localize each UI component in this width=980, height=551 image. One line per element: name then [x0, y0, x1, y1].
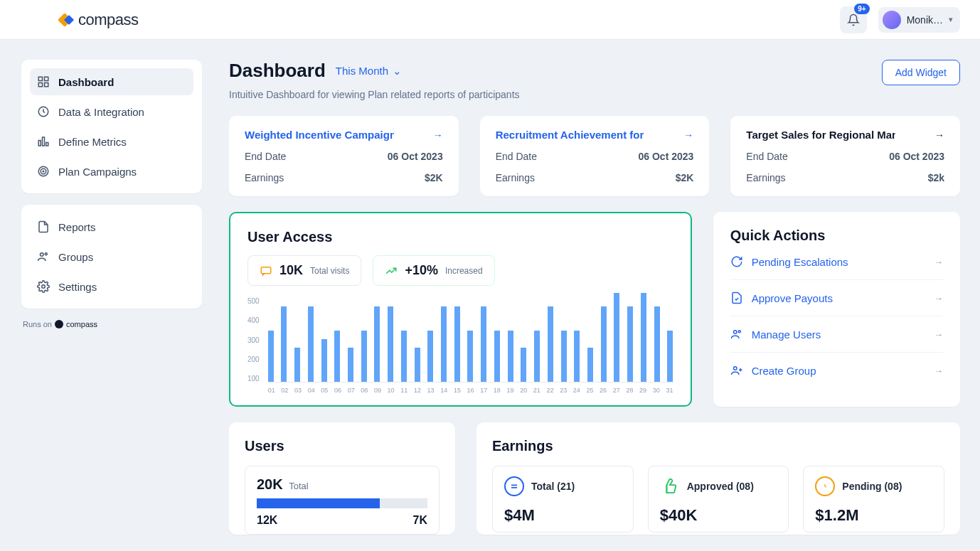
- page-title: Dashboard: [229, 60, 326, 82]
- page-subtitle: Intuitive Dashboard for viewing Plan rel…: [229, 89, 520, 100]
- earnings-title: Earnings: [492, 438, 944, 454]
- sidebar-item-reports[interactable]: Reports: [30, 213, 193, 240]
- chart-bar: [641, 293, 646, 382]
- chart-bar: [548, 306, 553, 382]
- sidebar-item-label: Settings: [58, 281, 97, 293]
- arrow-right-icon: →: [934, 293, 943, 304]
- users-card: Users 20K Total 12K 7K: [229, 422, 455, 535]
- users-progress-fill: [257, 498, 380, 508]
- chart-bar: [401, 331, 407, 382]
- chart-bar: [561, 331, 567, 382]
- sidebar-item-settings[interactable]: Settings: [30, 273, 193, 300]
- notification-badge: 9+: [854, 4, 869, 14]
- plan-title: Weighted Incentive Campaigns: [245, 129, 394, 141]
- period-dropdown[interactable]: This Month ⌄: [336, 65, 402, 77]
- page-head: Dashboard This Month ⌄ Intuitive Dashboa…: [229, 60, 960, 100]
- quick-action-manage-users[interactable]: Manage Users →: [730, 316, 943, 353]
- chart-bar: [601, 306, 607, 382]
- brand-name: compass: [78, 11, 139, 29]
- chat-icon: [260, 264, 272, 277]
- arrow-right-icon: →: [433, 129, 443, 141]
- users-title: Users: [245, 438, 440, 454]
- chart-bar: [508, 331, 513, 382]
- plan-card-2[interactable]: Recruitment Achievement for OND… → End D…: [480, 116, 710, 196]
- chart-bar: [427, 331, 433, 382]
- plan-title: Target Sales for Regional Managers: [746, 129, 895, 141]
- svg-point-15: [733, 331, 737, 334]
- users-box: 20K Total 12K 7K: [245, 466, 440, 535]
- sidebar-item-label: Data & Integration: [58, 106, 144, 118]
- svg-point-12: [45, 253, 47, 255]
- clock-icon: [37, 105, 50, 118]
- chart-bar: [667, 331, 673, 382]
- sidebar-group-main: Dashboard Data & Integration Define Metr…: [21, 60, 202, 193]
- thumbs-up-icon: [660, 476, 680, 496]
- chart-bar: [281, 306, 287, 382]
- svg-point-16: [738, 331, 740, 333]
- avatar: [883, 11, 901, 29]
- earnings-tile-pending: Pending (08) $1.2M: [803, 466, 944, 533]
- quick-actions-card: Quick Actions Pending Escalations → Appr…: [713, 212, 960, 407]
- plan-card-3[interactable]: Target Sales for Regional Managers → End…: [730, 116, 960, 196]
- brand-logo[interactable]: compass: [58, 11, 139, 29]
- chart-bar: [334, 331, 340, 382]
- quick-action-create-group[interactable]: Create Group →: [730, 353, 943, 388]
- chart-bar: [627, 306, 633, 382]
- sidebar-group-secondary: Reports Groups Settings: [21, 205, 202, 309]
- user-access-chart: 500400300200100 010203040506070809101112…: [247, 297, 673, 394]
- chart-bar: [321, 339, 327, 382]
- arrow-right-icon: →: [934, 365, 943, 376]
- logo-mark-icon: [58, 12, 74, 28]
- sidebar-item-define-metrics[interactable]: Define Metrics: [30, 128, 193, 155]
- gear-icon: [37, 280, 50, 293]
- quick-action-approve-payouts[interactable]: Approve Payouts →: [730, 280, 943, 316]
- chart-bar: [654, 306, 660, 382]
- user-access-card: User Access 10K Total visits +10% Increa…: [229, 212, 692, 407]
- topbar: compass 9+ Monik… ▾: [0, 0, 980, 40]
- equals-icon: [504, 476, 524, 496]
- chart-bar: [441, 306, 447, 382]
- sidebar-item-data-integration[interactable]: Data & Integration: [30, 98, 193, 125]
- plan-cards-row: Weighted Incentive Campaigns → End Date0…: [229, 116, 960, 196]
- arrow-right-icon: →: [934, 329, 943, 340]
- increase-pill: +10% Increased: [373, 255, 494, 286]
- user-menu[interactable]: Monik… ▾: [878, 7, 960, 33]
- sidebar-item-plan-campaigns[interactable]: Plan Campaigns: [30, 158, 193, 185]
- sidebar-item-label: Plan Campaigns: [58, 166, 137, 178]
- chart-bar: [467, 331, 473, 382]
- notifications-button[interactable]: 9+: [840, 6, 867, 33]
- target-icon: [37, 165, 50, 178]
- svg-rect-3: [45, 83, 48, 87]
- plan-card-1[interactable]: Weighted Incentive Campaigns → End Date0…: [229, 116, 459, 196]
- chevron-down-icon: ⌄: [393, 65, 402, 77]
- chart-bar: [374, 306, 380, 382]
- users-icon: [730, 328, 743, 341]
- sidebar-item-groups[interactable]: Groups: [30, 243, 193, 270]
- quick-action-escalations[interactable]: Pending Escalations →: [730, 244, 943, 280]
- bottom-row: Users 20K Total 12K 7K Earnings: [229, 422, 960, 535]
- chart-bar: [388, 306, 393, 382]
- runs-on: Runs on compass: [21, 320, 202, 328]
- add-widget-button[interactable]: Add Widget: [882, 60, 960, 85]
- earnings-card: Earnings Total (21) $4M: [476, 422, 960, 535]
- svg-rect-7: [46, 143, 48, 146]
- chart-bar: [521, 348, 526, 382]
- chart-bar: [454, 306, 460, 382]
- bell-icon: [847, 14, 860, 26]
- chart-bar: [415, 348, 420, 382]
- arrow-right-icon: →: [934, 257, 943, 267]
- chart-bar: [348, 348, 353, 382]
- grid-icon: [37, 75, 50, 88]
- sidebar-item-label: Define Metrics: [58, 136, 127, 148]
- refresh-icon: [730, 255, 743, 268]
- svg-rect-2: [38, 83, 42, 87]
- svg-rect-5: [38, 141, 41, 146]
- chart-bar: [494, 331, 500, 382]
- svg-rect-14: [261, 267, 271, 273]
- svg-rect-6: [43, 137, 45, 146]
- sidebar-item-dashboard[interactable]: Dashboard: [30, 68, 193, 95]
- plan-title: Recruitment Achievement for OND…: [496, 129, 645, 141]
- earnings-tile-approved: Approved (08) $40K: [648, 466, 789, 533]
- svg-rect-1: [45, 77, 48, 80]
- user-access-title: User Access: [247, 229, 673, 245]
